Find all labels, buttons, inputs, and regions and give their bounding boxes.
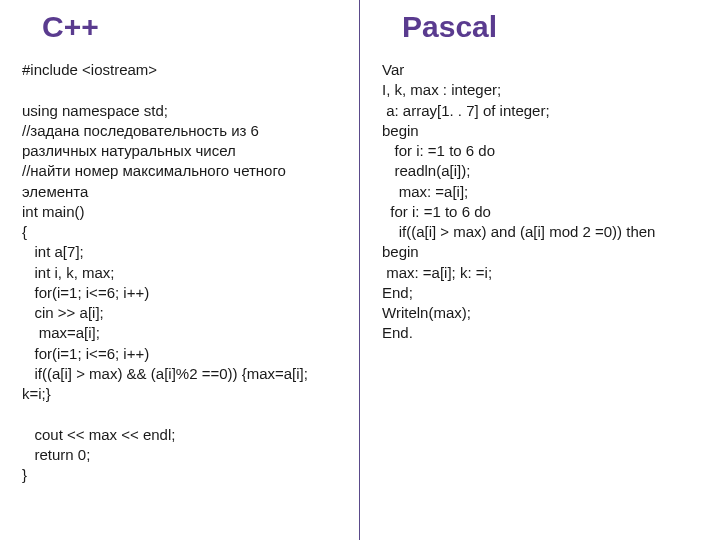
code-cpp: #include <iostream> using namespace std;… bbox=[22, 60, 337, 485]
two-column-layout: С++ #include <iostream> using namespace … bbox=[0, 0, 720, 540]
code-pascal: Var I, k, max : integer; a: array[1. . 7… bbox=[382, 60, 698, 344]
column-pascal: Pascal Var I, k, max : integer; a: array… bbox=[360, 0, 720, 540]
heading-pascal: Pascal bbox=[382, 10, 698, 44]
column-cpp: С++ #include <iostream> using namespace … bbox=[0, 0, 360, 540]
heading-cpp: С++ bbox=[22, 10, 337, 44]
